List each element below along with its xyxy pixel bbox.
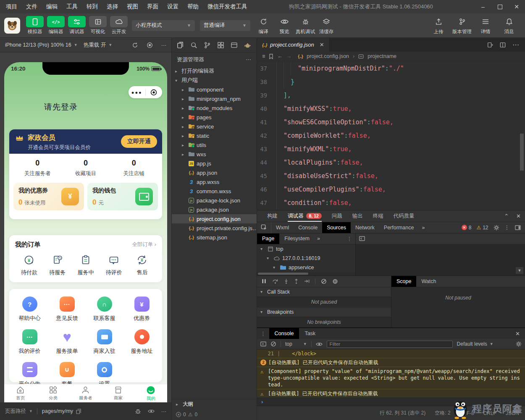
file-tree-item[interactable]: {..}project.config.json — [172, 214, 257, 223]
console-message[interactable]: 2[自动热重载] 已开启代码文件保存后自动热重载 — [257, 358, 525, 367]
console-filter-input[interactable] — [327, 341, 453, 348]
action-branch-button[interactable]: 版本管理 — [450, 16, 474, 35]
folder-tree-item[interactable]: ▸utils — [172, 140, 257, 150]
breadcrumb-node[interactable]: projectname — [368, 53, 396, 59]
menubar-item[interactable]: 文件 — [26, 3, 37, 10]
collapse-panel-icon[interactable]: ⌃ — [504, 213, 509, 219]
minimize-button[interactable]: – — [475, 0, 491, 13]
menubar-item[interactable]: 设置 — [167, 3, 178, 10]
folder-tree-item[interactable]: ▸wxs — [172, 150, 257, 159]
tabbar-shop[interactable]: 商家 — [102, 384, 135, 402]
stat-item[interactable]: 0收藏项目 — [62, 159, 110, 177]
deactivate-breakpoints-icon[interactable] — [321, 278, 327, 284]
pause-icon[interactable] — [261, 278, 267, 284]
folder-tree-item[interactable]: ▸service — [172, 122, 257, 131]
files-icon[interactable] — [177, 42, 184, 49]
action-layers-button[interactable]: 清缓存 — [316, 16, 337, 35]
mode-select[interactable]: 小程序模式 ▼ — [132, 20, 195, 31]
bookmark-icon[interactable] — [269, 54, 273, 59]
tool-sliders-button[interactable]: 调试器 — [66, 16, 87, 35]
stat-item[interactable]: 0关注店铺 — [110, 159, 158, 177]
code-area[interactable]: 37"miniprogramNpmDistDir": "./"38}39],40… — [257, 61, 525, 210]
panel-tab-终端[interactable]: 终端 — [373, 210, 383, 222]
order-status-rate[interactable]: 待评价 — [100, 254, 128, 276]
tabbar-me[interactable]: 我的 — [134, 384, 167, 402]
console-message[interactable]: 21|</block> — [257, 349, 525, 358]
folder-tree-item[interactable]: ▸static — [172, 131, 257, 140]
panel-tab-问题[interactable]: 问题 — [332, 210, 342, 222]
action-upload-button[interactable]: 上传 — [427, 16, 450, 35]
kebab-menu-icon[interactable]: ⋮ — [504, 224, 510, 231]
sidebar-tab-watch[interactable]: Watch — [416, 276, 441, 287]
statusbar-item[interactable]: CRLF — [483, 410, 496, 416]
service-item[interactable]: ♥服务接单 — [48, 329, 86, 355]
folder-tree-item[interactable]: ▸node_modules — [172, 103, 257, 113]
gear-icon[interactable] — [516, 341, 522, 347]
menubar-item[interactable]: 帮助 — [187, 3, 199, 10]
page-path-value[interactable]: pages/my/my — [42, 408, 73, 414]
gear-icon[interactable] — [494, 225, 499, 231]
folder-tree-item[interactable]: ▸pages — [172, 113, 257, 122]
stat-item[interactable]: 0关注服务者 — [13, 159, 62, 177]
outline-section[interactable]: ▸大纲 — [172, 399, 257, 409]
show-navigator-icon[interactable] — [359, 236, 365, 241]
kebab-menu-icon[interactable]: ⋮ — [347, 236, 356, 242]
menubar-item[interactable]: 界面 — [147, 3, 158, 10]
order-status-doing[interactable]: 服务中 — [71, 254, 100, 276]
action-lines-button[interactable]: 详情 — [474, 16, 497, 35]
pause-on-exceptions-icon[interactable] — [332, 278, 338, 284]
wallet-card[interactable]: 我的钱包0元 — [87, 183, 158, 210]
panel-tab-输出[interactable]: 输出 — [352, 210, 363, 222]
log-levels-select[interactable]: Default levels ▼ — [457, 341, 494, 347]
service-item[interactable]: 服务地址 — [123, 329, 160, 355]
more-icon[interactable]: ●●● — [129, 90, 145, 95]
console-message[interactable]: ⚠[Component] property "value" of "minipr… — [257, 367, 525, 389]
all-orders-link[interactable]: 全部订单 › — [132, 241, 156, 248]
service-item[interactable]: ···我的评价 — [11, 329, 48, 355]
bug-icon[interactable] — [135, 408, 141, 414]
close-tab-icon[interactable]: ✕ — [320, 42, 324, 48]
console-tab-console[interactable]: Console — [269, 328, 299, 339]
step-icon[interactable] — [304, 278, 310, 284]
window-icon[interactable] — [231, 42, 238, 49]
devtools-tab-performance[interactable]: Performance — [379, 222, 419, 233]
sources-tab-page[interactable]: Page — [257, 234, 279, 244]
clear-console-icon[interactable] — [270, 341, 276, 347]
file-tree-item[interactable]: {..}project.private.config.js… — [172, 223, 257, 233]
device-select[interactable]: iPhone 12/13 (Pro) 100% 16 — [5, 42, 71, 48]
dock-side-icon[interactable] — [515, 225, 521, 230]
file-tree-item[interactable]: JSapp.js — [172, 159, 257, 168]
panel-tab-代码质量[interactable]: 代码质量 — [394, 210, 415, 222]
editor-tab-project-config[interactable]: {..} project.config.json ✕ — [257, 38, 330, 52]
context-select[interactable]: top ▼ — [285, 341, 307, 347]
sources-tab-filesystem[interactable]: Filesystem — [279, 234, 315, 244]
more-icon[interactable]: ⋯ — [246, 56, 252, 63]
error-counter[interactable]: ✕8 — [462, 225, 472, 231]
eye-icon[interactable] — [148, 409, 155, 414]
menubar-item[interactable]: 编辑 — [46, 3, 58, 10]
folder-tree-item[interactable]: ▸component — [172, 85, 257, 94]
service-item[interactable]: 商家入驻 — [86, 329, 123, 355]
statusbar-item[interactable]: 空格: 2 — [435, 410, 450, 417]
pretty-print-icon[interactable]: ▼ — [516, 267, 523, 274]
tool-code-button[interactable]: </>编辑器 — [45, 16, 66, 35]
step-into-icon[interactable] — [284, 278, 289, 284]
inspect-icon[interactable] — [257, 222, 271, 233]
more-tabs-icon[interactable]: » — [418, 225, 428, 231]
sidebar-tab-scope[interactable]: Scope — [391, 276, 416, 287]
menubar-item[interactable]: 视图 — [127, 3, 138, 10]
action-bug-button[interactable]: 真机调试 — [295, 16, 316, 35]
refresh-icon[interactable] — [132, 42, 138, 48]
console-sidebar-icon[interactable] — [260, 341, 266, 346]
search-icon[interactable] — [190, 42, 197, 49]
forward-icon[interactable]: → — [286, 53, 292, 59]
folder-tree-item[interactable]: ▸miniprogram_npm — [172, 94, 257, 103]
tabbar-grid[interactable]: 分类 — [37, 384, 70, 402]
hot-reload-toggle[interactable]: 热重载 开 — [84, 42, 106, 49]
more-icon[interactable]: ⋯ — [161, 42, 167, 48]
git-branch-icon[interactable] — [204, 42, 211, 49]
devtools-tab-network[interactable]: Network — [351, 222, 379, 233]
service-item[interactable]: ···意见反馈 — [48, 297, 86, 322]
menubar-item[interactable]: 工具 — [66, 3, 78, 10]
miniprogram-capsule[interactable]: ●●● — [129, 86, 162, 98]
